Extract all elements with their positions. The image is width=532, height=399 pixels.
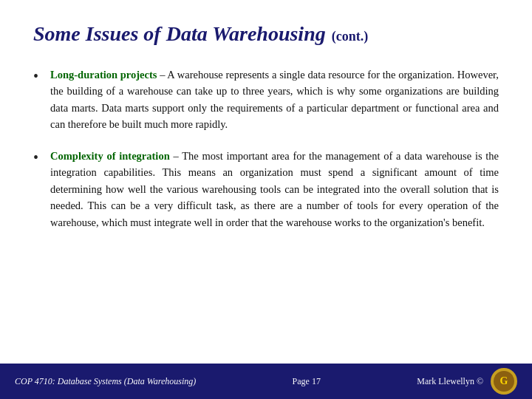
slide-title-cont: (cont.) [332, 29, 368, 44]
title-row: Some Issues of Data Warehousing (cont.) [33, 22, 499, 46]
bullet-item-1: • Long-duration projects – A warehouse r… [33, 66, 499, 133]
content-area: • Long-duration projects – A warehouse r… [33, 66, 499, 231]
footer-author: Mark Llewellyn © [417, 376, 483, 387]
bullet-text-1: Long-duration projects – A warehouse rep… [50, 66, 499, 133]
term-2: Complexity of integration [50, 150, 170, 162]
separator-1: – [160, 69, 167, 81]
bullet-dot-2: • [33, 149, 38, 166]
bullet-item-2: • Complexity of integration – The most i… [33, 148, 499, 231]
logo: G [491, 368, 517, 395]
footer-page-number: Page 17 [293, 376, 321, 387]
logo-symbol: G [500, 375, 508, 387]
footer-right: Mark Llewellyn © G [417, 368, 517, 395]
term-1: Long-duration projects [50, 69, 157, 81]
slide: Some Issues of Data Warehousing (cont.) … [0, 0, 532, 399]
bullet-dot-1: • [33, 68, 38, 85]
bullet-text-2: Complexity of integration – The most imp… [50, 148, 499, 231]
footer: COP 4710: Database Systems (Data Warehou… [0, 364, 532, 399]
logo-inner: G [494, 371, 514, 392]
separator-2: – [173, 150, 182, 162]
slide-title: Some Issues of Data Warehousing [33, 22, 326, 46]
footer-left-text: COP 4710: Database Systems (Data Warehou… [15, 376, 196, 387]
